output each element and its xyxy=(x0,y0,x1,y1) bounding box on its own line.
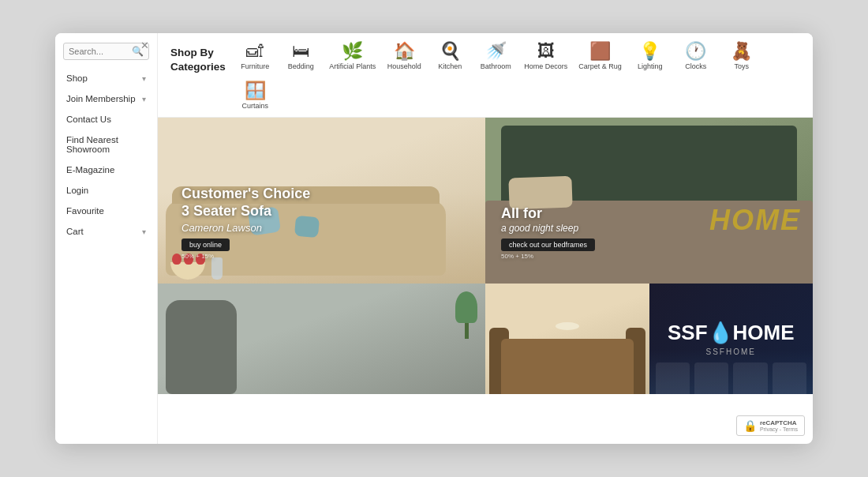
dining-banner[interactable] xyxy=(485,284,649,394)
sofa-main-title: Customer's Choice xyxy=(181,186,310,203)
sofa-author: Cameron Lawson xyxy=(181,222,310,234)
category-label-household: Household xyxy=(387,62,421,71)
sofa-cta-button[interactable]: buy online xyxy=(181,238,230,251)
category-label-bedding: Bedding xyxy=(288,62,314,71)
sofa-discount: 50% + 15% xyxy=(181,253,310,260)
home-watermark: HOME xyxy=(709,204,801,237)
category-icon-lighting: 💡 xyxy=(639,43,660,60)
category-label-furniture: Furniture xyxy=(241,62,269,71)
sidebar-item-label: Cart xyxy=(66,227,84,236)
category-item-bedding[interactable]: 🛏 Bedding xyxy=(283,43,318,71)
close-icon[interactable]: ✕ xyxy=(140,39,149,51)
category-icon-carpet-rug: 🟫 xyxy=(589,43,611,60)
search-bar[interactable]: 🔍 xyxy=(63,43,149,60)
main-content: Shop By Categories 🛋 Furniture 🛏 Bedding… xyxy=(158,33,813,444)
bed-cta-button[interactable]: check out our bedframes xyxy=(501,238,595,251)
browser-window: ✕ 🔍 Shop▾Join Membership▾Contact UsFind … xyxy=(55,33,813,444)
category-label-bathroom: Bathroom xyxy=(481,62,511,71)
category-icon-home-decors: 🖼 xyxy=(537,43,555,60)
category-label-toys: Toys xyxy=(735,62,750,71)
categories-title: Shop By Categories xyxy=(170,43,225,73)
ssfhome-logo: SSF💧HOME xyxy=(668,321,795,345)
bed-text-overlay: All for a good night sleep check out our… xyxy=(501,205,595,260)
category-icon-kitchen: 🍳 xyxy=(440,43,461,60)
bed-subtitle: a good night sleep xyxy=(501,223,595,234)
sidebar-item-login[interactable]: Login xyxy=(55,180,157,201)
category-icon-toys: 🧸 xyxy=(731,43,752,60)
sidebar-item-find-nearest-showroom[interactable]: Find Nearest Showroom xyxy=(55,130,157,160)
bedding-banner[interactable]: HOME All for a good night sleep check ou… xyxy=(485,118,813,284)
sidebar-item-e-magazine[interactable]: E-Magazine xyxy=(55,160,157,180)
banner-grid: Customer's Choice 3 Seater Sofa Cameron … xyxy=(158,118,813,444)
category-label-artificial-plants: Artificial Plants xyxy=(329,62,376,71)
sidebar-item-join-membership[interactable]: Join Membership▾ xyxy=(55,88,157,109)
sidebar-item-contact-us[interactable]: Contact Us xyxy=(55,109,157,130)
category-label-carpet-rug: Carpet & Rug xyxy=(578,62,622,71)
sidebar-item-label: Shop xyxy=(66,73,88,83)
category-label-lighting: Lighting xyxy=(638,62,663,71)
category-item-furniture[interactable]: 🛋 Furniture xyxy=(238,43,272,71)
sidebar-nav: Shop▾Join Membership▾Contact UsFind Near… xyxy=(55,68,157,242)
sidebar-item-favourite[interactable]: Favourite xyxy=(55,201,157,221)
category-icon-clocks: 🕐 xyxy=(685,43,706,60)
category-label-home-decors: Home Decors xyxy=(524,62,567,71)
chevron-icon: ▾ xyxy=(142,95,146,103)
sidebar: ✕ 🔍 Shop▾Join Membership▾Contact UsFind … xyxy=(55,33,158,444)
category-label-clocks: Clocks xyxy=(685,62,706,71)
ssfhome-sub: SSFHOME xyxy=(668,347,795,356)
recaptcha-badge: 🔒 reCAPTCHA Privacy - Terms xyxy=(736,415,805,436)
sidebar-item-label: E-Magazine xyxy=(66,165,114,175)
sidebar-item-cart[interactable]: Cart▾ xyxy=(55,221,157,242)
chair-banner[interactable] xyxy=(158,284,485,394)
category-item-household[interactable]: 🏠 Household xyxy=(387,43,421,71)
recaptcha-sub: Privacy - Terms xyxy=(760,426,798,432)
category-icon-artificial-plants: 🌿 xyxy=(342,43,363,60)
sidebar-item-label: Contact Us xyxy=(66,115,111,124)
category-icon-bedding: 🛏 xyxy=(292,43,309,60)
recaptcha-label: reCAPTCHA xyxy=(760,419,798,426)
category-icon-furniture: 🛋 xyxy=(246,43,264,60)
sidebar-item-shop[interactable]: Shop▾ xyxy=(55,68,157,88)
category-item-kitchen[interactable]: 🍳 Kitchen xyxy=(432,43,467,71)
category-item-bathroom[interactable]: 🚿 Bathroom xyxy=(478,43,513,71)
sidebar-item-label: Login xyxy=(66,186,88,195)
category-item-carpet-rug[interactable]: 🟫 Carpet & Rug xyxy=(578,43,622,71)
sofa-subtitle: 3 Seater Sofa xyxy=(181,203,310,220)
category-icon-bathroom: 🚿 xyxy=(485,43,507,60)
chevron-icon: ▾ xyxy=(142,74,146,83)
category-item-curtains[interactable]: 🪟 Curtains xyxy=(238,82,272,111)
categories-bar: Shop By Categories 🛋 Furniture 🛏 Bedding… xyxy=(158,33,813,118)
category-icon-household: 🏠 xyxy=(394,43,415,60)
sofa-banner[interactable]: Customer's Choice 3 Seater Sofa Cameron … xyxy=(158,118,485,284)
sidebar-item-label: Find Nearest Showroom xyxy=(66,135,146,154)
bottom-mid-banners: SSF💧HOME SSFHOME xyxy=(485,284,813,394)
category-label-kitchen: Kitchen xyxy=(438,62,462,71)
sidebar-item-label: Favourite xyxy=(66,206,104,216)
chevron-icon: ▾ xyxy=(142,227,146,236)
category-item-toys[interactable]: 🧸 Toys xyxy=(724,43,759,71)
categories-list: 🛋 Furniture 🛏 Bedding 🌿 Artificial Plant… xyxy=(238,43,800,111)
category-item-lighting[interactable]: 💡 Lighting xyxy=(633,43,668,71)
category-item-clocks[interactable]: 🕐 Clocks xyxy=(679,43,713,71)
recaptcha-logo: 🔒 xyxy=(743,419,757,432)
bed-main-title: All for xyxy=(501,205,595,223)
category-item-home-decors[interactable]: 🖼 Home Decors xyxy=(524,43,567,71)
category-item-artificial-plants[interactable]: 🌿 Artificial Plants xyxy=(329,43,376,71)
search-input[interactable] xyxy=(69,47,132,56)
ssfhome-banner[interactable]: SSF💧HOME SSFHOME xyxy=(649,284,814,394)
category-icon-curtains: 🪟 xyxy=(245,82,266,100)
sofa-text-overlay: Customer's Choice 3 Seater Sofa Cameron … xyxy=(181,186,310,259)
sidebar-item-label: Join Membership xyxy=(66,94,136,103)
category-label-curtains: Curtains xyxy=(241,102,268,111)
bed-discount: 50% + 15% xyxy=(501,253,595,260)
